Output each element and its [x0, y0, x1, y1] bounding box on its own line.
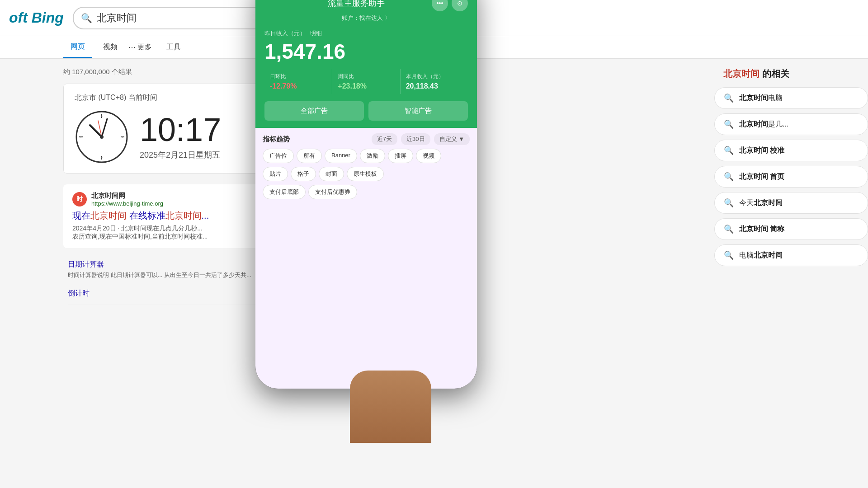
app-header-row: 流量主服务助手 ••• ⊙	[264, 0, 468, 11]
svg-point-6	[101, 157, 103, 159]
phone-screen: 10:17 🌙 ▌▌▌▌▌ 📶 32 流量主服务助手 ••• ⊙	[255, 0, 477, 389]
related-item-6[interactable]: 🔍 电脑北京时间	[714, 244, 868, 266]
related-item-4[interactable]: 🔍 今天北京时间	[714, 192, 868, 214]
phone-body: 10:17 🌙 ▌▌▌▌▌ 📶 32 流量主服务助手 ••• ⊙	[255, 0, 477, 389]
filter-interstitial[interactable]: 插屏	[388, 149, 413, 163]
more-options-button[interactable]: •••	[432, 0, 448, 11]
hand-silhouette	[350, 371, 431, 443]
result-title-highlight1: 北京时间	[90, 211, 127, 221]
app-white-section: 指标趋势 近7天 近30日 自定义 ▼ 广告位 所有 Banner 激励 插屏 …	[255, 128, 477, 389]
stat-monthly-value: 20,118.43	[406, 82, 462, 90]
target-button[interactable]: ⊙	[452, 0, 468, 11]
current-date: 2025年2月21日星期五	[140, 150, 221, 160]
stat-weekly: 周同比 +23.18%	[332, 69, 400, 94]
filter-all[interactable]: 所有	[297, 149, 322, 163]
filter-7days[interactable]: 近7天	[372, 133, 397, 145]
filter-pay-coupon[interactable]: 支付后优惠券	[308, 185, 357, 199]
filter-grid[interactable]: 格子	[291, 167, 316, 181]
svg-point-5	[101, 116, 103, 117]
stat-weekly-value: +23.18%	[338, 82, 394, 90]
filter-video[interactable]: 视频	[416, 149, 441, 163]
site-details: 北京时间网 https://www.beijing-time.org	[91, 192, 163, 207]
related-text-5: 北京时间 简称	[739, 225, 784, 234]
svg-point-8	[122, 136, 123, 138]
related-searches-title: 北京时间 的相关	[714, 68, 868, 80]
search-icon-1: 🔍	[724, 119, 734, 129]
current-time: 10:17	[140, 113, 221, 146]
svg-point-12	[100, 135, 104, 139]
related-item-2[interactable]: 🔍 北京时间 校准	[714, 140, 868, 161]
smart-ads-button[interactable]: 智能广告	[368, 101, 468, 121]
app-subtitle[interactable]: 账户：找在达人 〉	[264, 14, 468, 22]
income-label: 昨日收入（元）	[264, 29, 306, 38]
app-green-section: 流量主服务助手 ••• ⊙ 账户：找在达人 〉 昨日收入（元） 明细 1,547…	[255, 0, 477, 128]
time-text-block: 10:17 2025年2月21日星期五	[140, 113, 221, 160]
site-url: https://www.beijing-time.org	[91, 200, 163, 207]
filter-cover[interactable]: 封面	[319, 167, 344, 181]
result-title-highlight2: 北京时间	[165, 211, 202, 221]
ad-filter-row-3: 支付后底部 支付后优惠券	[255, 185, 477, 203]
search-icon: 🔍	[81, 13, 92, 23]
trend-header: 指标趋势 近7天 近30日 自定义 ▼	[255, 128, 477, 149]
stat-weekly-label: 周同比	[338, 73, 394, 80]
income-detail-link[interactable]: 明细	[310, 29, 322, 38]
related-text-0: 北京时间电脑	[739, 94, 783, 103]
result-title-part3: ...	[202, 211, 209, 221]
related-title-suffix: 的相关	[760, 69, 789, 79]
related-text-2: 北京时间 校准	[739, 146, 784, 155]
more-dots-icon: ⋯	[128, 43, 136, 52]
stat-monthly-label: 本月收入（元）	[406, 73, 462, 80]
search-icon-4: 🔍	[724, 198, 734, 208]
search-icon-5: 🔍	[724, 224, 734, 234]
tab-tools[interactable]: 工具	[159, 37, 188, 57]
app-action-buttons: 全部广告 智能广告	[264, 101, 468, 121]
related-item-5[interactable]: 🔍 北京时间 简称	[714, 218, 868, 240]
related-item-0[interactable]: 🔍 北京时间电脑	[714, 87, 868, 109]
related-item-1[interactable]: 🔍 北京时间是几...	[714, 113, 868, 135]
search-icon-3: 🔍	[724, 172, 734, 182]
stat-daily-label: 日环比	[270, 73, 326, 80]
clock-face	[75, 110, 129, 164]
filter-incentive[interactable]: 激励	[360, 149, 385, 163]
filter-pay-bottom[interactable]: 支付后底部	[263, 185, 306, 199]
trend-title: 指标趋势	[263, 135, 290, 144]
app-title: 流量主服务助手	[281, 0, 432, 9]
tab-more-label: 更多	[137, 42, 152, 52]
tab-more[interactable]: ⋯ 更多	[128, 42, 152, 52]
related-text-6: 电脑北京时间	[739, 251, 783, 260]
filter-30days[interactable]: 近30日	[401, 133, 430, 145]
filter-adpos[interactable]: 广告位	[263, 149, 294, 163]
stat-daily: 日环比 -12.79%	[264, 69, 332, 94]
site-name: 北京时间网	[91, 192, 163, 200]
site-favicon: 时	[72, 192, 87, 206]
income-stats: 日环比 -12.79% 周同比 +23.18% 本月收入（元） 20,118.4…	[264, 69, 468, 94]
tab-webpage[interactable]: 网页	[63, 37, 92, 58]
search-icon-2: 🔍	[724, 145, 734, 155]
search-icon-6: 🔍	[724, 250, 734, 260]
stat-daily-value: -12.79%	[270, 82, 326, 90]
related-title-highlight: 北京时间	[723, 69, 760, 79]
filter-custom[interactable]: 自定义 ▼	[434, 133, 470, 145]
related-text-1: 北京时间是几...	[739, 120, 788, 129]
related-item-3[interactable]: 🔍 北京时间 首页	[714, 166, 868, 188]
svg-point-7	[80, 136, 82, 138]
bing-logo: oft Bing	[9, 9, 64, 26]
filter-banner[interactable]: Banner	[325, 149, 357, 163]
all-ads-button[interactable]: 全部广告	[264, 101, 364, 121]
related-text-4: 今天北京时间	[739, 198, 783, 208]
result-title-part2: 在线标准	[127, 211, 165, 221]
tab-video[interactable]: 视频	[96, 37, 125, 57]
related-text-3: 北京时间 首页	[739, 172, 784, 182]
income-label-row: 昨日收入（元） 明细	[264, 29, 468, 38]
result-title-part1: 现在	[72, 211, 90, 221]
filter-sticker[interactable]: 贴片	[263, 167, 288, 181]
income-amount: 1,547.16	[264, 39, 468, 64]
app-header-icons: ••• ⊙	[432, 0, 468, 11]
phone-overlay: 10:17 🌙 ▌▌▌▌▌ 📶 32 流量主服务助手 ••• ⊙	[240, 0, 493, 425]
ad-filter-row-2: 贴片 格子 封面 原生模板	[255, 167, 477, 185]
right-sidebar: 北京时间 的相关 🔍 北京时间电脑 🔍 北京时间是几... 🔍 北京时间 校准 …	[714, 68, 868, 271]
filter-native[interactable]: 原生模板	[347, 167, 384, 181]
search-icon-0: 🔍	[724, 93, 734, 103]
ad-filter-row-1: 广告位 所有 Banner 激励 插屏 视频	[255, 149, 477, 167]
stat-monthly: 本月收入（元） 20,118.43	[401, 69, 468, 94]
